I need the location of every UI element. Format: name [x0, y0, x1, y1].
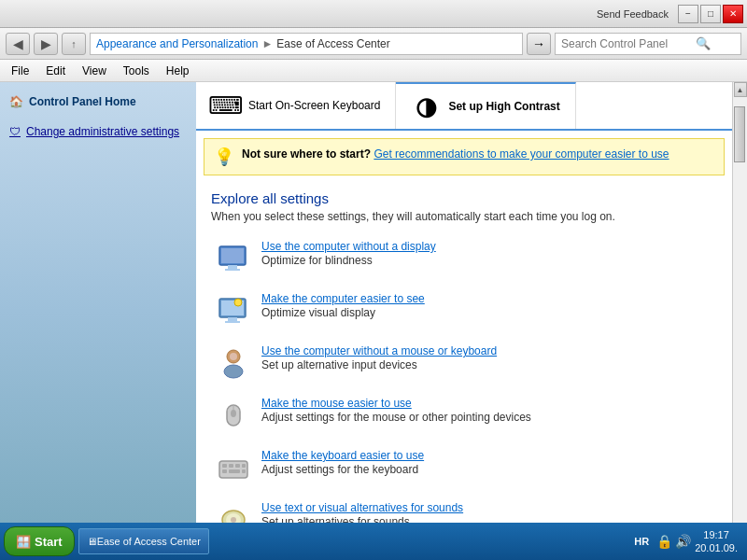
up-button[interactable]: ↑	[62, 33, 86, 55]
sidebar-admin-label: Change administrative settings	[26, 125, 179, 138]
setting-no-display[interactable]: Use the computer without a display Optim…	[211, 234, 717, 283]
svg-rect-18	[235, 464, 240, 468]
start-button[interactable]: 🪟 Start	[4, 526, 75, 556]
sound-alt-link[interactable]: Use text or visual alternatives for soun…	[261, 501, 463, 514]
svg-point-14	[231, 410, 236, 417]
scroll-up-arrow[interactable]: ▲	[734, 82, 747, 97]
breadcrumb-current: Ease of Access Center	[276, 37, 389, 50]
no-display-icon	[215, 240, 252, 277]
high-contrast-label: Set up High Contrast	[448, 100, 559, 113]
svg-rect-6	[228, 317, 237, 321]
scroll-thumb-track	[733, 97, 747, 525]
clock-date: 20.01.09.	[695, 541, 738, 554]
search-input[interactable]	[561, 37, 692, 50]
address-path: Appearance and Personalization ► Ease of…	[90, 33, 523, 55]
menu-edit[interactable]: Edit	[38, 63, 73, 79]
menu-file[interactable]: File	[4, 63, 36, 79]
sidebar-item-admin[interactable]: 🛡 Change administrative settings	[0, 119, 196, 144]
svg-rect-17	[229, 464, 233, 468]
tray-icons: 🔒 🔊	[656, 534, 691, 549]
taskbar-active-window[interactable]: 🖥 Ease of Access Center	[78, 528, 209, 554]
home-icon: 🏠	[9, 95, 23, 108]
svg-rect-1	[228, 265, 237, 269]
locale-indicator: HR	[634, 536, 649, 547]
easier-keyboard-desc: Adjust settings for the keyboard	[261, 463, 424, 476]
easier-mouse-icon	[215, 397, 252, 434]
taskbar-apps: 🖥 Ease of Access Center	[75, 528, 629, 554]
no-display-desc: Optimize for blindness	[261, 254, 436, 267]
sidebar: 🏠 Control Panel Home 🛡 Change administra…	[0, 82, 196, 539]
network-icon: 🔒	[656, 534, 672, 549]
easier-mouse-link[interactable]: Make the mouse easier to use	[261, 397, 531, 410]
search-icon: 🔍	[696, 36, 711, 50]
easier-see-desc: Optimize visual display	[261, 306, 425, 319]
go-button[interactable]: →	[527, 33, 551, 55]
settings-list: Use the computer without a display Optim…	[211, 234, 717, 539]
back-button[interactable]: ◀	[6, 33, 30, 55]
lightbulb-icon: 💡	[214, 147, 234, 167]
taskbar: 🪟 Start 🖥 Ease of Access Center HR 🔒 🔊 1…	[0, 523, 747, 560]
tray-clock: 19:17 20.01.09.	[695, 528, 738, 555]
shield-icon: 🛡	[9, 125, 21, 138]
svg-point-8	[234, 299, 242, 306]
svg-point-10	[224, 365, 243, 378]
onscreen-keyboard-button[interactable]: ⌨ Start On-Screen Keyboard	[196, 82, 396, 129]
close-button[interactable]: ✕	[723, 5, 743, 23]
send-feedback-link[interactable]: Send Feedback	[597, 8, 669, 20]
no-mouse-keyboard-link[interactable]: Use the computer without a mouse or keyb…	[261, 344, 497, 357]
easier-mouse-desc: Adjust settings for the mouse or other p…	[261, 411, 531, 424]
svg-rect-2	[225, 269, 240, 271]
menu-tools[interactable]: Tools	[116, 63, 157, 79]
tip-link[interactable]: Get recommendations to make your compute…	[374, 147, 669, 161]
maximize-button[interactable]: □	[700, 5, 721, 23]
content-area: ⌨ Start On-Screen Keyboard ◑ Set up High…	[196, 82, 732, 539]
top-action-buttons: ⌨ Start On-Screen Keyboard ◑ Set up High…	[196, 82, 732, 131]
minimize-button[interactable]: −	[678, 5, 698, 23]
easier-see-link[interactable]: Make the computer easier to see	[261, 292, 425, 305]
sidebar-item-home[interactable]: 🏠 Control Panel Home	[0, 90, 196, 114]
setting-easier-mouse[interactable]: Make the mouse easier to use Adjust sett…	[211, 391, 717, 440]
main-area: 🏠 Control Panel Home 🛡 Change administra…	[0, 82, 747, 539]
easier-keyboard-link[interactable]: Make the keyboard easier to use	[261, 449, 424, 462]
contrast-icon: ◑	[411, 91, 441, 121]
volume-icon[interactable]: 🔊	[675, 534, 691, 549]
setting-no-mouse-keyboard[interactable]: Use the computer without a mouse or keyb…	[211, 339, 717, 387]
search-box: 🔍	[555, 33, 741, 55]
windows-orb-icon: 🪟	[16, 535, 31, 549]
active-window-icon: 🖥	[87, 536, 97, 547]
svg-rect-19	[242, 464, 246, 468]
easier-see-icon	[215, 292, 252, 329]
start-label: Start	[35, 535, 63, 549]
sidebar-home-label: Control Panel Home	[29, 95, 136, 108]
scroll-thumb[interactable]	[734, 106, 745, 162]
explore-section: Explore all settings When you select the…	[196, 183, 732, 539]
svg-rect-3	[221, 248, 244, 263]
window-controls: − □ ✕	[678, 5, 743, 23]
no-mouse-keyboard-icon	[215, 344, 252, 382]
svg-rect-7	[225, 321, 240, 323]
explore-subtitle: When you select these settings, they wil…	[211, 210, 717, 223]
setting-easier-see[interactable]: Make the computer easier to see Optimize…	[211, 287, 717, 335]
no-display-link[interactable]: Use the computer without a display	[261, 240, 436, 253]
menu-view[interactable]: View	[75, 63, 114, 79]
scroll-area: ⌨ Start On-Screen Keyboard ◑ Set up High…	[196, 82, 747, 539]
onscreen-keyboard-label: Start On-Screen Keyboard	[248, 99, 380, 112]
explore-title: Explore all settings	[211, 190, 717, 206]
clock-time: 19:17	[695, 528, 738, 541]
svg-point-11	[230, 353, 237, 360]
forward-button[interactable]: ▶	[34, 33, 58, 55]
scrollbar[interactable]: ▲ ▼	[732, 82, 747, 539]
easier-keyboard-icon	[215, 449, 252, 486]
menu-help[interactable]: Help	[159, 63, 197, 79]
svg-rect-20	[222, 469, 227, 473]
keyboard-icon: ⌨	[211, 91, 241, 120]
menu-bar: File Edit View Tools Help	[0, 60, 747, 82]
breadcrumb-appearance[interactable]: Appearance and Personalization	[96, 37, 258, 50]
breadcrumb-separator: ►	[261, 37, 273, 50]
high-contrast-button[interactable]: ◑ Set up High Contrast	[396, 82, 575, 129]
tip-box: 💡 Not sure where to start? Get recommend…	[204, 138, 725, 175]
tray-area: HR 🔒 🔊 19:17 20.01.09.	[628, 523, 743, 560]
svg-rect-16	[222, 464, 227, 468]
tip-not-sure-text: Not sure where to start?	[242, 147, 371, 161]
setting-easier-keyboard[interactable]: Make the keyboard easier to use Adjust s…	[211, 443, 717, 492]
